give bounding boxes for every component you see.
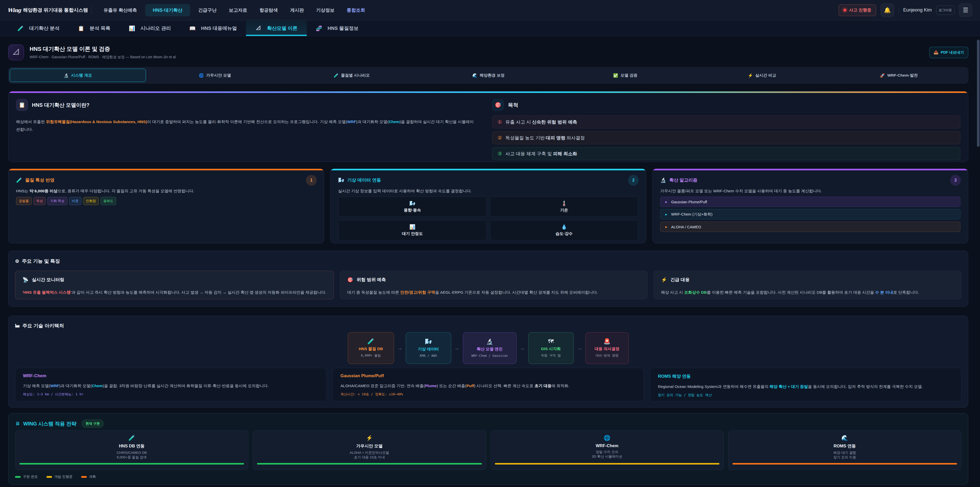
tag-solubility[interactable]: 용해도 bbox=[100, 197, 116, 205]
features-section: ⚙︎ 주요 기능 및 특징 📡 실시간 모니터링 'HNS 유출 블랙박스 시스… bbox=[8, 251, 968, 307]
strategy-title: 가우시안 모델 bbox=[356, 443, 383, 449]
tab-realtime-comparison[interactable]: ⚡ 실시간 비교 bbox=[694, 69, 830, 82]
strategy-hns-db: 🧪 HNS DB 연동 CHRIS/CAMEO DB6,000+종 물질 검색 bbox=[15, 430, 248, 470]
tab-ocean-correction[interactable]: 🌊 해양환경 보정 bbox=[421, 69, 556, 82]
weather-humidity: 💧 습도·강수 bbox=[490, 220, 638, 240]
brand-title: 해양환경 위기대응 통합시스템 bbox=[23, 7, 88, 14]
legend-in-progress: 개발 진행중 bbox=[46, 474, 73, 479]
strategy-sub: 정밀 수치 모의3D 확산 시뮬레이션 bbox=[592, 450, 622, 459]
card-number-badge: 3 bbox=[950, 175, 961, 186]
subnav-item-hns-substance-info[interactable]: 🧬 HNS 물질정보 bbox=[307, 21, 368, 36]
bar-chart-icon: 📊 bbox=[129, 25, 135, 31]
scrollbar-thumb[interactable] bbox=[977, 40, 980, 147]
tab-label: 시스템 개요 bbox=[71, 73, 92, 78]
hamburger-icon: ☰ bbox=[963, 6, 969, 14]
strategy-sub: ALOHA + 이문진박사모델초기 대응 10초 이내 bbox=[350, 450, 389, 460]
clipboard-icon-glyph: 📋 bbox=[19, 102, 25, 108]
tab-system-overview[interactable]: 🔬 시스템 개요 bbox=[10, 69, 146, 82]
wind-icon: 🌬️ bbox=[338, 177, 344, 183]
model-wrf-chem: WRF-Chem 기상 예측 모델(WRF)과 대기화학 모델(Chem)을 결… bbox=[15, 368, 326, 401]
logout-button[interactable]: 로그아웃 bbox=[936, 6, 955, 15]
subnav-label: 시나리오 관리 bbox=[141, 25, 171, 32]
algorithm-wrf-chem[interactable]: ▶ WRF-Chem (기상+화학) bbox=[660, 209, 960, 219]
nav-item-integrated-search[interactable]: 통합조회 bbox=[343, 4, 369, 16]
target-icon: 🎯 bbox=[492, 99, 504, 111]
overview-goal-title: 목적 bbox=[508, 102, 518, 109]
flow-node-sub: WRF-Chem / Gaussian bbox=[471, 354, 508, 358]
card-text: HNS는 약 6,000종 이상으로, 종류가 매우 다양합니다. 각 물질의 … bbox=[16, 188, 316, 194]
weather-temperature: 🌡️ 기온 bbox=[490, 196, 638, 217]
flow-node-title: 대응 의사결정 bbox=[595, 346, 619, 352]
book-icon: 📖 bbox=[189, 25, 196, 31]
subnav-item-analysis-list[interactable]: 📋 분석 목록 bbox=[68, 21, 119, 36]
dna-icon: 🧬 bbox=[316, 25, 322, 31]
test-tube-icon: 🧪 bbox=[367, 339, 374, 345]
architecture-flow: 🧪 HNS 물질 DB 6,000+ 물질 → 🌬️ 기상 데이터 KMA / … bbox=[15, 332, 961, 364]
incident-status-badge[interactable]: 사고 진행중 bbox=[838, 4, 876, 16]
flow-node-title: 기상 데이터 bbox=[418, 346, 439, 352]
pdf-export-button[interactable]: 📤 PDF 내보내기 bbox=[929, 47, 968, 58]
scrollbar[interactable] bbox=[977, 37, 980, 487]
subnav-item-hns-manual[interactable]: 📖 HNS 대응매뉴얼 bbox=[180, 21, 246, 36]
nav-item-reports[interactable]: 보고자료 bbox=[225, 4, 251, 16]
nav-item-emergency-rescue[interactable]: 긴급구난 bbox=[194, 4, 221, 16]
flow-node-weather-data: 🌬️ 기상 데이터 KMA / AWS bbox=[406, 332, 451, 364]
weather-label: 기온 bbox=[560, 208, 568, 213]
wing-title: WING 시스템 적용 전략 bbox=[23, 420, 76, 427]
algorithm-gaussian[interactable]: ▶ Gaussian Plume/Puff bbox=[660, 196, 960, 207]
legend-done-swatch bbox=[15, 476, 21, 478]
factory-icon: 🏭︎ bbox=[15, 323, 20, 329]
page-header: 📐︎ HNS 대기확산 모델 이론 및 검증 WRF-Chem · Gaussi… bbox=[8, 45, 968, 60]
cyclone-icon: 🌀 bbox=[199, 73, 204, 78]
tab-substance-scenarios[interactable]: 🧪 물질별 시나리오 bbox=[284, 69, 420, 82]
triangle-right-icon: ▶ bbox=[665, 225, 667, 228]
flow-node-sub: 6,000+ 물질 bbox=[361, 353, 381, 358]
tag-vaporization[interactable]: 기화 특성 bbox=[48, 197, 67, 205]
target-icon-glyph: 🎯 bbox=[495, 102, 501, 108]
tag-specific-gravity[interactable]: 비중 bbox=[69, 197, 81, 205]
features-heading: ⚙︎ 주요 기능 및 특징 bbox=[15, 258, 961, 265]
tag-flash-point[interactable]: 인화점 bbox=[83, 197, 99, 205]
feature-realtime-monitoring: 📡 실시간 모니터링 'HNS 유출 블랙박스 시스템'과 같이 사고 즉시 확… bbox=[15, 271, 334, 299]
model-text: ALOHA/CAMEO 표준 알고리즘 기반. 연속 배출(Plume) 또는 … bbox=[340, 383, 636, 389]
nav-item-aerial-search[interactable]: 항공탐색 bbox=[256, 4, 282, 16]
algorithm-aloha-cameo[interactable]: ▶ ALOHA / CAMEO bbox=[660, 222, 960, 232]
subnav-item-scenario-management[interactable]: 📊 시나리오 관리 bbox=[120, 21, 180, 36]
subnav-item-dispersion-analysis[interactable]: 🧪 대기확산 분석 bbox=[8, 21, 68, 36]
topbar-right: 사고 진행중 🔔 Eunjeong Kim 로그아웃 ☰ bbox=[838, 3, 972, 17]
legend-in-progress-label: 개발 진행중 bbox=[54, 474, 73, 479]
legend-planned-swatch bbox=[81, 476, 87, 478]
menu-button[interactable]: ☰ bbox=[959, 3, 972, 17]
weather-grid: 🌬️ 풍향·풍속 🌡️ 기온 📊 대기 안정도 💧 습도·강수 bbox=[338, 196, 638, 240]
tag-toxicity[interactable]: 독성 bbox=[33, 197, 46, 205]
microscope-icon: 🔬 bbox=[486, 339, 493, 345]
model-roms: ROMS 해양 연동 Regional Ocean Modeling Syste… bbox=[650, 368, 961, 401]
notifications-button[interactable]: 🔔 bbox=[880, 3, 894, 17]
tab-label: 물질별 시나리오 bbox=[341, 73, 370, 78]
subnav-label: HNS 대응매뉴얼 bbox=[201, 25, 237, 32]
user-name: Eunjeong Kim bbox=[903, 7, 932, 13]
arrow-right-icon: → bbox=[519, 345, 526, 351]
nav-item-hns-dispersion[interactable]: HNS·대기확산 bbox=[145, 4, 190, 16]
logo: Wing bbox=[7, 7, 21, 13]
subnav-item-diffusion-model-theory[interactable]: 📐︎ 확산모델 이론 bbox=[246, 21, 307, 36]
flow-node-sub: KMA / AWS bbox=[420, 354, 437, 358]
nav-item-board[interactable]: 게시판 bbox=[286, 4, 308, 16]
tab-model-validation[interactable]: ✅ 모델 검증 bbox=[557, 69, 693, 82]
model-cards: WRF-Chem 기상 예측 모델(WRF)과 대기화학 모델(Chem)을 결… bbox=[15, 368, 961, 401]
card-title: 기상 데이터 연동 bbox=[347, 177, 381, 183]
page-icon-glyph: 📐︎ bbox=[13, 48, 20, 56]
nav-item-oil-spill[interactable]: 유출유 확산예측 bbox=[100, 4, 141, 16]
overview-what-text: 해상에서 유출된 위험유해물질(Hazardous & Noxious Subs… bbox=[16, 118, 477, 133]
legend-done-label: 구현 완료 bbox=[23, 474, 38, 479]
status-bar-done bbox=[19, 463, 244, 465]
tag-evaporation[interactable]: 증발률 bbox=[16, 197, 32, 205]
bar-chart-icon: 📊 bbox=[409, 224, 415, 230]
legend-planned-label: 계획 bbox=[89, 474, 96, 479]
architecture-heading: 🏭︎ 주요 기술 아키텍처 bbox=[15, 323, 961, 329]
current-implementation-badge: 현재 구현 bbox=[82, 420, 103, 428]
tab-wrf-chem-evolution[interactable]: 🚀 WRF-Chem·발전 bbox=[831, 69, 967, 82]
nav-item-weather-info[interactable]: 기상정보 bbox=[312, 4, 339, 16]
tab-gaussian-model[interactable]: 🌀 가우시안 모델 bbox=[147, 69, 283, 82]
pdf-export-label: PDF 내보내기 bbox=[941, 50, 964, 55]
